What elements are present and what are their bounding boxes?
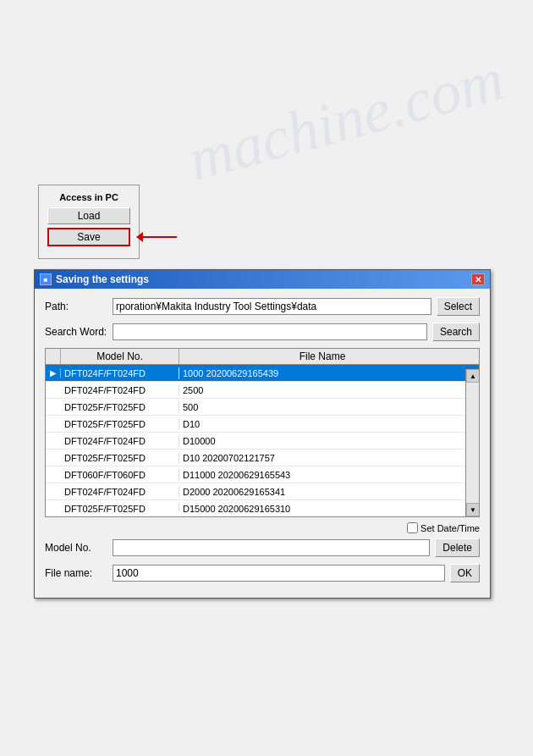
ok-button[interactable]: OK <box>450 564 480 582</box>
table-body[interactable]: ▶DFT024F/FT024FD1000 20200629165439DFT02… <box>46 365 479 512</box>
row-filename: 2500 <box>179 384 479 396</box>
path-input[interactable] <box>113 298 431 315</box>
search-word-label: Search Word: <box>45 326 113 338</box>
row-filename: D2000 20200629165341 <box>179 486 479 498</box>
table-row[interactable]: DFT025F/FT025FD500 <box>46 399 479 416</box>
table-row[interactable]: DFT025F/FT025FDD15000 20200629165310 <box>46 500 479 512</box>
access-panel: Access in PC Load Save <box>38 185 140 259</box>
table-row[interactable]: DFT025F/FT025FDD10 <box>46 416 479 433</box>
save-button[interactable]: Save <box>47 228 130 246</box>
row-model: DFT025F/FT025FD <box>61 418 179 430</box>
access-panel-title: Access in PC <box>47 192 130 202</box>
row-model: DFT025F/FT025FD <box>61 503 179 513</box>
datetime-row: Set Date/Time <box>45 522 480 533</box>
table-row[interactable]: DFT024F/FT024FD2500 <box>46 382 479 399</box>
dialog-close-button[interactable]: ✕ <box>471 273 485 285</box>
row-model: DFT060F/FT060FD <box>61 469 179 481</box>
search-button[interactable]: Search <box>432 323 480 341</box>
row-filename: D15000 20200629165310 <box>179 503 479 513</box>
scroll-up-button[interactable]: ▲ <box>466 369 480 383</box>
file-name-row: File name: OK <box>45 564 480 582</box>
files-table: Model No. File Name ▶DFT024F/FT024FD1000… <box>45 348 480 517</box>
row-model: DFT024F/FT024FD <box>61 486 179 498</box>
row-model: DFT025F/FT025FD <box>61 452 179 464</box>
saving-settings-dialog: ■ Saving the settings ✕ Path: Select Sea… <box>34 269 491 599</box>
row-filename: D11000 20200629165543 <box>179 469 479 481</box>
table-scrollbar[interactable]: ▲ ▼ <box>465 369 479 516</box>
row-model: DFT024F/FT024FD <box>61 435 179 447</box>
dialog-title-text: Saving the settings <box>56 273 149 285</box>
search-word-input[interactable] <box>113 323 427 340</box>
search-word-row: Search Word: Search <box>45 323 480 341</box>
table-row[interactable]: DFT024F/FT024FDD2000 20200629165341 <box>46 483 479 500</box>
th-model: Model No. <box>61 349 179 364</box>
watermark: machine.com <box>181 44 511 196</box>
table-row[interactable]: DFT060F/FT060FDD11000 20200629165543 <box>46 466 479 483</box>
th-index <box>46 349 61 364</box>
th-filename: File Name <box>179 349 465 364</box>
dialog-title-left: ■ Saving the settings <box>40 273 149 285</box>
select-button[interactable]: Select <box>437 297 480 316</box>
row-model: DFT024F/FT024FD <box>61 384 179 396</box>
th-scroll <box>465 349 479 364</box>
row-filename: 500 <box>179 401 479 413</box>
dialog-icon: ■ <box>40 273 52 285</box>
model-no-input[interactable] <box>113 539 430 556</box>
arrow-head <box>136 232 143 242</box>
arrow-line <box>143 236 177 238</box>
delete-button[interactable]: Delete <box>435 538 480 557</box>
set-datetime-container: Set Date/Time <box>407 522 480 533</box>
path-row: Path: Select <box>45 297 480 316</box>
file-name-input[interactable] <box>113 565 445 582</box>
row-model: DFT024F/FT024FD <box>61 367 179 379</box>
model-no-row: Model No. Delete <box>45 538 480 557</box>
scroll-track <box>466 383 479 503</box>
set-datetime-label: Set Date/Time <box>420 523 480 533</box>
dialog-body: Path: Select Search Word: Search Model N… <box>35 289 490 598</box>
row-filename: D10 20200702121757 <box>179 452 479 464</box>
table-row[interactable]: ▶DFT024F/FT024FD1000 20200629165439 <box>46 365 479 382</box>
row-filename: D10 <box>179 418 479 430</box>
arrow-indicator <box>137 232 177 242</box>
row-model: DFT025F/FT025FD <box>61 401 179 413</box>
load-button[interactable]: Load <box>47 207 130 224</box>
row-arrow: ▶ <box>46 368 61 378</box>
file-name-label: File name: <box>45 567 113 579</box>
model-no-label: Model No. <box>45 542 113 554</box>
set-datetime-checkbox[interactable] <box>407 522 418 533</box>
table-row[interactable]: DFT025F/FT025FDD10 20200702121757 <box>46 450 479 466</box>
table-row[interactable]: DFT024F/FT024FDD10000 <box>46 433 479 450</box>
row-filename: 1000 20200629165439 <box>179 367 479 379</box>
table-header: Model No. File Name <box>46 349 479 365</box>
row-filename: D10000 <box>179 435 479 447</box>
dialog-titlebar: ■ Saving the settings ✕ <box>35 270 490 289</box>
scroll-down-button[interactable]: ▼ <box>466 503 480 516</box>
path-label: Path: <box>45 301 113 312</box>
